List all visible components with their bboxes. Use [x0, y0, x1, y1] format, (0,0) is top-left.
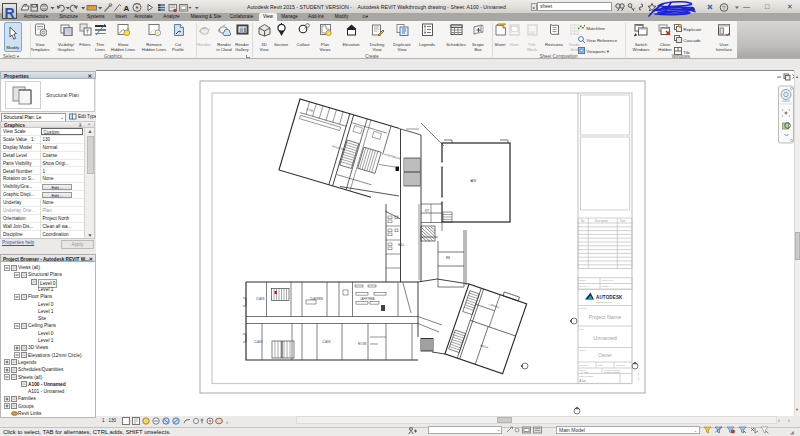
svg-text:Drawn: Drawn: [580, 279, 587, 281]
svg-text:10/28/14: 10/28/14: [616, 364, 626, 367]
svg-text:Owner: Owner: [598, 353, 612, 358]
svg-text:?: ?: [722, 5, 726, 11]
svg-text:A 1xx: A 1xx: [580, 379, 587, 383]
svg-text:GYM: GYM: [470, 179, 476, 183]
svg-text:HALL: HALL: [398, 243, 405, 247]
svg-text:Unnamed: Unnamed: [593, 335, 616, 341]
svg-text:CLASSRM: CLASSRM: [310, 297, 323, 301]
svg-text:www.autodesk.com: www.autodesk.com: [596, 301, 612, 303]
svg-text:Date: Date: [598, 364, 604, 367]
svg-text:ROOM: ROOM: [358, 342, 366, 346]
svg-text:A: A: [124, 3, 130, 12]
svg-text:Approved by: Approved by: [601, 279, 614, 281]
svg-text:A100 OF 1: A100 OF 1: [637, 370, 640, 382]
svg-text:No.: No.: [581, 219, 585, 223]
svg-text:1 : 130: 1 : 130: [581, 371, 589, 374]
svg-text:Owner: Owner: [580, 349, 587, 351]
svg-text:Project Name: Project Name: [589, 314, 622, 320]
svg-text:RM: RM: [446, 256, 450, 260]
svg-text:MM/DD/YY: MM/DD/YY: [601, 285, 612, 287]
svg-text:CLASS: CLASS: [322, 340, 331, 344]
svg-text:Project: Project: [580, 307, 587, 309]
svg-text:Description: Description: [595, 219, 609, 223]
svg-text:Date of issue: Date of issue: [580, 375, 595, 378]
svg-text:AUTODESK: AUTODESK: [596, 295, 623, 300]
svg-text:KIT: KIT: [425, 209, 429, 213]
svg-text:CLASS: CLASS: [254, 340, 263, 344]
svg-text:Project number: Project number: [604, 371, 620, 374]
svg-text:‹: ‹: [226, 418, 228, 424]
svg-text:Revision: Revision: [580, 364, 590, 367]
svg-text:CAFETERIA: CAFETERIA: [360, 297, 375, 301]
svg-text:Checked: Checked: [580, 285, 589, 287]
svg-text:Date: Date: [620, 219, 626, 223]
svg-text:CLASS: CLASS: [256, 297, 265, 301]
